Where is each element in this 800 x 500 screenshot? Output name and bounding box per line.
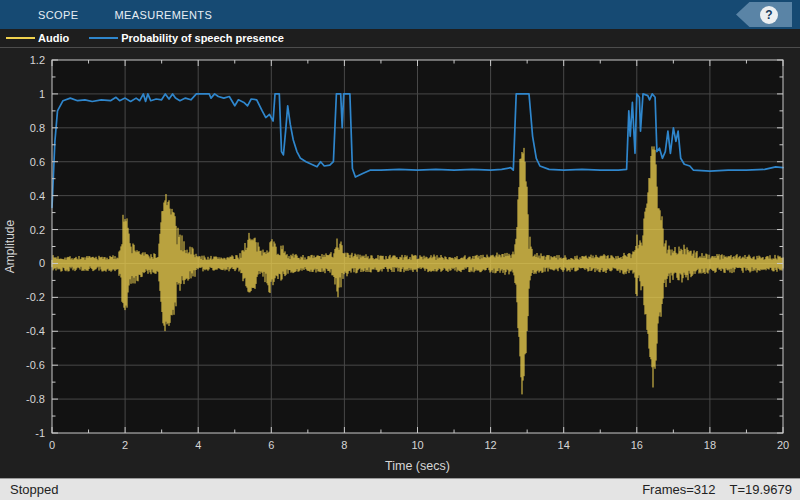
svg-text:1.2: 1.2: [30, 54, 45, 66]
scope-plot-svg[interactable]: -1-0.8-0.6-0.4-0.200.20.40.60.811.202468…: [0, 48, 800, 478]
svg-text:-0.8: -0.8: [26, 393, 45, 405]
tab-scope[interactable]: SCOPE: [20, 0, 97, 29]
svg-text:Amplitude: Amplitude: [3, 220, 17, 274]
svg-text:18: 18: [704, 439, 716, 451]
svg-text:0.6: 0.6: [30, 156, 45, 168]
svg-text:0: 0: [39, 257, 45, 269]
legend: Audio Probability of speech presence: [0, 29, 800, 48]
svg-text:0.8: 0.8: [30, 122, 45, 134]
plot-region: -1-0.8-0.6-0.4-0.200.20.40.60.811.202468…: [0, 48, 800, 478]
svg-text:16: 16: [631, 439, 643, 451]
help-button[interactable]: ?: [736, 2, 792, 27]
svg-text:0.2: 0.2: [30, 224, 45, 236]
status-frames: Frames=312: [642, 482, 715, 497]
svg-text:0: 0: [49, 439, 55, 451]
svg-text:4: 4: [195, 439, 201, 451]
svg-text:14: 14: [558, 439, 570, 451]
svg-text:-0.2: -0.2: [26, 291, 45, 303]
svg-text:-0.4: -0.4: [26, 325, 45, 337]
svg-text:2: 2: [122, 439, 128, 451]
tab-measurements[interactable]: MEASUREMENTS: [97, 0, 231, 29]
audio-line-swatch: [6, 37, 35, 39]
svg-text:-1: -1: [35, 427, 45, 439]
svg-text:20: 20: [777, 439, 789, 451]
toolstrip: SCOPE MEASUREMENTS ?: [0, 0, 800, 29]
legend-label-probability: Probability of speech presence: [121, 32, 284, 44]
svg-text:6: 6: [268, 439, 274, 451]
question-icon: ?: [760, 6, 778, 24]
svg-text:-0.6: -0.6: [26, 359, 45, 371]
status-bar: Stopped Frames=312 T=19.9679: [0, 478, 800, 500]
svg-text:8: 8: [341, 439, 347, 451]
svg-text:Time (secs): Time (secs): [385, 459, 450, 473]
status-time: T=19.9679: [729, 482, 792, 497]
legend-label-audio: Audio: [38, 32, 69, 44]
svg-text:12: 12: [484, 439, 496, 451]
svg-text:0.4: 0.4: [30, 190, 45, 202]
svg-text:10: 10: [411, 439, 423, 451]
status-text: Stopped: [10, 482, 58, 497]
probability-line-swatch: [89, 37, 118, 39]
scope-window: SCOPE MEASUREMENTS ? Audio Probability o…: [0, 0, 800, 500]
legend-item-audio[interactable]: Audio: [0, 29, 83, 47]
legend-item-probability[interactable]: Probability of speech presence: [83, 29, 298, 47]
svg-text:1: 1: [39, 88, 45, 100]
